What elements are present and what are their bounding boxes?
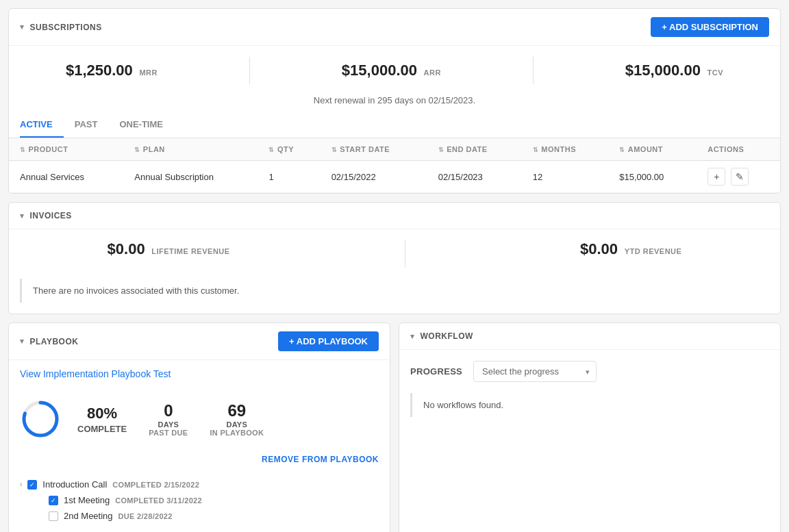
metric-divider-1 <box>249 57 250 84</box>
complete-pct: 80% <box>77 405 127 422</box>
subscriptions-chevron-icon[interactable]: ▾ <box>20 23 25 31</box>
col-qty[interactable]: ⇅QTY <box>258 138 320 161</box>
complete-stat: 80% COMPLETE <box>77 405 127 434</box>
playbook-title: PLAYBOOK <box>30 337 79 346</box>
complete-label: COMPLETE <box>77 424 127 434</box>
cell-end-date: 02/15/2023 <box>427 161 522 193</box>
item-name: 2nd Meeting <box>64 511 113 521</box>
days-in-playbook-label-bottom: IN PLAYBOOK <box>210 429 264 437</box>
tab-one-time[interactable]: ONE-TIME <box>119 112 174 138</box>
item-checkbox[interactable] <box>49 511 58 521</box>
days-past-due-num: 0 <box>149 401 188 420</box>
days-in-playbook-label-top: DAYS <box>210 420 264 429</box>
invoices-chevron-icon[interactable]: ▾ <box>20 212 25 220</box>
add-playbook-button[interactable]: + ADD PLAYBOOK <box>278 331 379 351</box>
playbook-chevron-icon[interactable]: ▾ <box>20 337 25 346</box>
item-status: COMPLETED 3/11/2022 <box>115 496 202 505</box>
days-past-due-stat: 0 DAYS PAST DUE <box>149 401 188 437</box>
progress-label: PROGRESS <box>410 366 462 377</box>
workflow-title: WORKFLOW <box>421 331 473 341</box>
progress-circle <box>20 398 61 440</box>
subscription-tabs: ACTIVE PAST ONE-TIME <box>9 112 780 138</box>
bottom-panels: ▾ PLAYBOOK + ADD PLAYBOOK View Implement… <box>8 322 781 532</box>
invoices-card: ▾ INVOICES $0.00 LIFETIME REVENUE $0.00 … <box>8 202 781 314</box>
playbook-header: ▾ PLAYBOOK + ADD PLAYBOOK <box>9 323 390 360</box>
item-chevron-icon[interactable]: › <box>20 481 22 488</box>
list-item: 2nd Meeting DUE 2/28/2022 <box>20 508 379 524</box>
mrr-metric: $1,250.00 MRR <box>66 62 158 79</box>
progress-select[interactable]: Select the progress <box>473 361 597 382</box>
col-product[interactable]: ⇅PRODUCT <box>9 138 123 161</box>
item-name: Introduction Call <box>42 479 107 490</box>
tcv-value: $15,000.00 <box>625 62 701 79</box>
tab-active[interactable]: ACTIVE <box>20 112 64 138</box>
cell-plan: Annual Subscription <box>123 161 258 193</box>
cell-qty: 1 <box>258 161 320 193</box>
subscriptions-header: ▾ SUBSCRIPTIONS + ADD SUBSCRIPTION <box>9 9 780 46</box>
item-name: 1st Meeting <box>64 495 110 505</box>
days-past-due-label-bottom: PAST DUE <box>149 429 188 437</box>
cell-start-date: 02/15/2022 <box>321 161 427 193</box>
progress-select-wrapper: Select the progress <box>473 361 597 382</box>
invoices-header: ▾ INVOICES <box>9 203 780 229</box>
invoices-metrics: $0.00 LIFETIME REVENUE $0.00 YTD REVENUE <box>9 229 780 279</box>
table-header-row: ⇅PRODUCT ⇅PLAN ⇅QTY ⇅START DATE ⇅END DAT… <box>9 138 780 161</box>
edit-action-button[interactable]: ✎ <box>731 168 749 186</box>
workflow-empty-message: No workflows found. <box>410 393 769 417</box>
days-in-playbook-stat: 69 DAYS IN PLAYBOOK <box>210 401 264 437</box>
workflow-chevron-icon[interactable]: ▾ <box>410 332 415 341</box>
invoices-title-group: ▾ INVOICES <box>20 211 72 220</box>
playbook-title-group: ▾ PLAYBOOK <box>20 337 78 346</box>
col-amount[interactable]: ⇅AMOUNT <box>608 138 697 161</box>
add-subscription-button[interactable]: + ADD SUBSCRIPTION <box>651 17 769 37</box>
col-plan[interactable]: ⇅PLAN <box>123 138 258 161</box>
add-action-button[interactable]: + <box>707 168 725 186</box>
lifetime-value: $0.00 <box>108 240 145 257</box>
tcv-metric: $15,000.00 TCV <box>625 62 723 79</box>
arr-value: $15,000.00 <box>342 62 417 79</box>
cell-amount: $15,000.00 <box>608 161 697 193</box>
tab-past[interactable]: PAST <box>75 112 109 138</box>
days-past-due-label-top: DAYS <box>149 420 188 429</box>
playbook-link[interactable]: View Implementation Playbook Test <box>9 360 390 388</box>
subscriptions-metrics: $1,250.00 MRR $15,000.00 ARR $15,000.00 … <box>9 46 780 95</box>
cell-months: 12 <box>522 161 608 193</box>
ytd-value: $0.00 <box>580 240 618 257</box>
mrr-value: $1,250.00 <box>66 62 133 79</box>
renewal-text: Next renewal in 295 days on 02/15/2023. <box>9 95 780 112</box>
item-checkbox[interactable]: ✓ <box>27 480 37 490</box>
list-item: ✓ 1st Meeting COMPLETED 3/11/2022 <box>20 492 379 508</box>
col-start-date[interactable]: ⇅START DATE <box>321 138 427 161</box>
cell-product: Annual Services <box>9 161 123 193</box>
subscriptions-card: ▾ SUBSCRIPTIONS + ADD SUBSCRIPTION $1,25… <box>8 8 781 194</box>
playbook-card: ▾ PLAYBOOK + ADD PLAYBOOK View Implement… <box>8 322 390 532</box>
subscriptions-table: ⇅PRODUCT ⇅PLAN ⇅QTY ⇅START DATE ⇅END DAT… <box>9 138 780 193</box>
invoices-empty-message: There are no invoices associated with th… <box>20 279 769 303</box>
invoices-title: INVOICES <box>30 211 72 220</box>
table-row: Annual Services Annual Subscription 1 02… <box>9 161 780 193</box>
item-checkbox[interactable]: ✓ <box>49 496 58 505</box>
tcv-label: TCV <box>707 68 724 77</box>
remove-from-playbook-button[interactable]: REMOVE FROM PLAYBOOK <box>9 451 390 471</box>
subscriptions-title-group: ▾ SUBSCRIPTIONS <box>20 23 102 32</box>
subscriptions-table-container: ⇅PRODUCT ⇅PLAN ⇅QTY ⇅START DATE ⇅END DAT… <box>9 138 780 193</box>
lifetime-label: LIFETIME REVENUE <box>151 247 229 255</box>
arr-label: ARR <box>424 68 441 77</box>
col-actions: ACTIONS <box>697 138 780 161</box>
metric-divider-2 <box>533 57 534 84</box>
col-end-date[interactable]: ⇅END DATE <box>427 138 522 161</box>
lifetime-revenue-metric: $0.00 LIFETIME REVENUE <box>108 240 230 268</box>
mrr-label: MRR <box>139 68 158 77</box>
playbook-items-list: › ✓ Introduction Call COMPLETED 2/15/202… <box>9 471 390 532</box>
subscriptions-title: SUBSCRIPTIONS <box>30 23 102 32</box>
playbook-stats: 80% COMPLETE 0 DAYS PAST DUE 69 DAYS IN … <box>9 388 390 451</box>
days-in-playbook-num: 69 <box>210 401 264 420</box>
col-months[interactable]: ⇅MONTHS <box>522 138 608 161</box>
list-item: › ✓ Introduction Call COMPLETED 2/15/202… <box>20 477 379 492</box>
ytd-revenue-metric: $0.00 YTD REVENUE <box>580 240 681 268</box>
workflow-title-group: ▾ WORKFLOW <box>410 331 473 341</box>
arr-metric: $15,000.00 ARR <box>342 62 441 79</box>
item-status: COMPLETED 2/15/2022 <box>112 481 199 489</box>
item-status: DUE 2/28/2022 <box>118 512 173 520</box>
ytd-label: YTD REVENUE <box>625 247 682 255</box>
